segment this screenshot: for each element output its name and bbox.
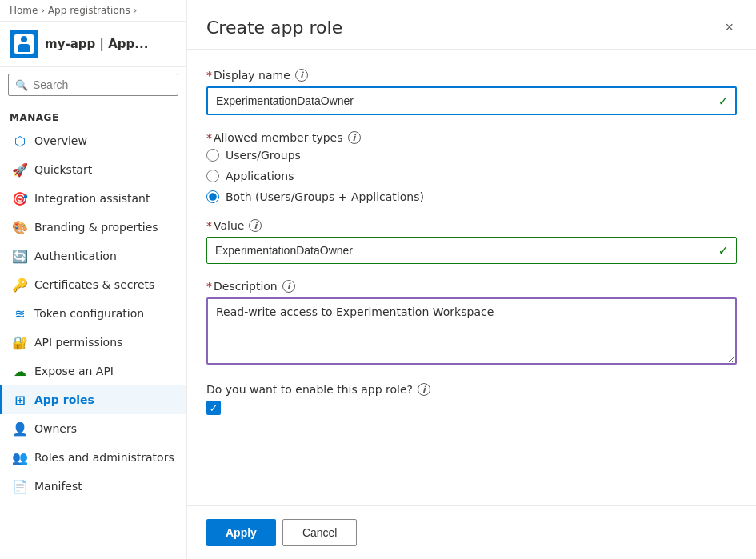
app-title: my-app | App... — [45, 37, 148, 51]
display-name-input-wrapper: ✓ — [206, 86, 737, 115]
radio-users-groups[interactable]: Users/Groups — [206, 149, 737, 162]
enable-info-icon: i — [418, 383, 430, 396]
sidebar-item-overview-label: Overview — [34, 134, 87, 147]
nav-manage-label: Manage — [0, 102, 186, 126]
radio-both-label: Both (Users/Groups + Applications) — [226, 190, 424, 203]
sidebar-item-integration-label: Integration assistant — [34, 192, 150, 205]
value-info-icon: i — [249, 219, 262, 232]
radio-applications[interactable]: Applications — [206, 170, 737, 182]
sidebar-item-expose[interactable]: ☁ Expose an API — [0, 357, 186, 385]
radio-users-groups-label: Users/Groups — [226, 149, 301, 162]
sidebar-item-manifest[interactable]: 📄 Manifest — [0, 472, 186, 501]
sidebar-item-branding-label: Branding & properties — [34, 221, 158, 234]
sidebar-item-authentication[interactable]: 🔄 Authentication — [0, 242, 186, 270]
search-icon: 🔍 — [15, 79, 28, 91]
certs-icon: 🔑 — [12, 277, 28, 293]
panel-body: * Display name i ✓ * Allowed member type… — [187, 50, 756, 505]
sidebar-item-authentication-label: Authentication — [34, 250, 117, 262]
app-header: my-app | App... — [0, 22, 186, 67]
required-star-3: * — [206, 219, 212, 232]
api-icon: 🔐 — [12, 334, 28, 350]
description-info-icon: i — [282, 280, 295, 293]
display-name-info-icon: i — [295, 69, 308, 82]
radio-group: Users/Groups Applications Both (Users/Gr… — [206, 149, 737, 203]
sidebar-item-quickstart[interactable]: 🚀 Quickstart — [0, 155, 186, 184]
radio-both-input[interactable] — [206, 190, 219, 203]
enable-checkbox[interactable] — [206, 401, 221, 415]
sidebar: Home › App registrations › my-app | App.… — [0, 0, 187, 559]
sidebar-item-roles[interactable]: 👥 Roles and administrators — [0, 443, 186, 472]
sidebar-item-token[interactable]: ≋ Token configuration — [0, 299, 186, 328]
radio-applications-input[interactable] — [206, 170, 219, 182]
sidebar-item-manifest-label: Manifest — [34, 480, 82, 493]
description-label: * Description i — [206, 280, 737, 293]
display-name-group: * Display name i ✓ — [206, 69, 737, 115]
overview-icon: ⬡ — [12, 133, 28, 149]
allowed-member-types-group: * Allowed member types i Users/Groups Ap… — [206, 131, 737, 203]
enable-label: Do you want to enable this app role? i — [206, 383, 737, 396]
value-input-wrapper: ✓ — [206, 237, 737, 264]
required-star: * — [206, 69, 212, 82]
breadcrumb: Home › App registrations › — [0, 0, 186, 22]
enable-group: Do you want to enable this app role? i — [206, 383, 737, 415]
display-name-input[interactable] — [206, 86, 737, 115]
expose-icon: ☁ — [12, 363, 28, 379]
value-label: * Value i — [206, 219, 737, 232]
owners-icon: 👤 — [12, 421, 28, 437]
member-types-info-icon: i — [348, 131, 361, 144]
required-star-4: * — [206, 280, 212, 293]
branding-icon: 🎨 — [12, 219, 28, 235]
avatar — [10, 30, 38, 58]
required-star-2: * — [206, 131, 212, 144]
quickstart-icon: 🚀 — [12, 162, 28, 178]
main-panel: Create app role × * Display name i ✓ * — [187, 0, 756, 559]
sidebar-item-token-label: Token configuration — [34, 307, 144, 320]
description-group: * Description i Read-write access to Exp… — [206, 280, 737, 367]
breadcrumb-app-registrations[interactable]: App registrations — [48, 5, 130, 16]
search-box[interactable]: 🔍 — [8, 74, 178, 96]
sidebar-item-overview[interactable]: ⬡ Overview — [0, 126, 186, 155]
close-button[interactable]: × — [722, 16, 737, 39]
cancel-button[interactable]: Cancel — [282, 519, 358, 546]
display-name-label: * Display name i — [206, 69, 737, 82]
auth-icon: 🔄 — [12, 248, 28, 264]
value-check-icon: ✓ — [718, 243, 729, 258]
panel-footer: Apply Cancel — [187, 505, 756, 559]
apply-button[interactable]: Apply — [206, 519, 276, 546]
panel-title: Create app role — [206, 18, 342, 38]
sidebar-item-expose-label: Expose an API — [34, 365, 114, 377]
roles-icon: 👥 — [12, 449, 28, 465]
radio-applications-label: Applications — [226, 170, 294, 182]
sidebar-item-certs[interactable]: 🔑 Certificates & secrets — [0, 270, 186, 299]
radio-users-groups-input[interactable] — [206, 149, 219, 162]
approles-icon: ⊞ — [12, 392, 28, 408]
breadcrumb-home[interactable]: Home — [10, 5, 38, 16]
enable-checkbox-item[interactable] — [206, 401, 737, 415]
sidebar-item-integration[interactable]: 🎯 Integration assistant — [0, 184, 186, 213]
value-group: * Value i ✓ — [206, 219, 737, 264]
token-icon: ≋ — [12, 305, 28, 321]
sidebar-item-approles[interactable]: ⊞ App roles — [0, 385, 186, 414]
sidebar-item-certs-label: Certificates & secrets — [34, 278, 154, 291]
manifest-icon: 📄 — [12, 478, 28, 494]
display-name-check-icon: ✓ — [718, 94, 729, 109]
radio-both[interactable]: Both (Users/Groups + Applications) — [206, 190, 737, 203]
panel-header: Create app role × — [187, 0, 756, 50]
sidebar-item-branding[interactable]: 🎨 Branding & properties — [0, 213, 186, 242]
integration-icon: 🎯 — [12, 190, 28, 206]
value-input[interactable] — [206, 237, 737, 264]
sidebar-item-api-label: API permissions — [34, 336, 122, 349]
sidebar-item-owners[interactable]: 👤 Owners — [0, 414, 186, 443]
sidebar-item-roles-label: Roles and administrators — [34, 451, 174, 464]
sidebar-item-owners-label: Owners — [34, 422, 77, 435]
create-app-role-panel: Create app role × * Display name i ✓ * — [187, 0, 756, 559]
search-input[interactable] — [33, 78, 171, 91]
sidebar-item-approles-label: App roles — [34, 393, 94, 406]
sidebar-item-quickstart-label: Quickstart — [34, 163, 92, 176]
description-textarea[interactable]: Read-write access to Experimentation Wor… — [206, 297, 737, 365]
sidebar-item-api[interactable]: 🔐 API permissions — [0, 328, 186, 357]
allowed-member-types-label: * Allowed member types i — [206, 131, 737, 144]
